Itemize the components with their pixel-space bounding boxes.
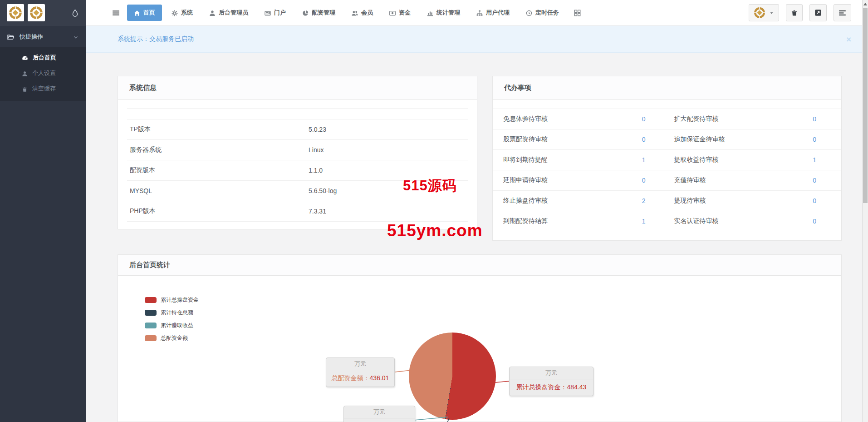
pie-label-earned-profit: 万元 累计赚取收益：0.00 bbox=[343, 406, 415, 422]
pie-chart[interactable] bbox=[409, 333, 496, 420]
todo-label: 免息体验待审核 bbox=[503, 115, 548, 123]
scrollbar-thumb[interactable] bbox=[863, 8, 868, 203]
list-icon bbox=[839, 9, 846, 17]
sidebar-group-quick-ops[interactable]: 快捷操作 bbox=[0, 26, 86, 47]
nav-label: 定时任务 bbox=[535, 9, 559, 17]
sitemap-icon bbox=[476, 9, 483, 16]
nav-item-members[interactable]: 会员 bbox=[345, 5, 380, 21]
sidebar-item-profile[interactable]: 个人设置 bbox=[0, 65, 86, 81]
todo-label: 终止操盘待审核 bbox=[503, 197, 548, 205]
nav-item-allocation[interactable]: 配资管理 bbox=[295, 5, 342, 21]
nav-item-statistics[interactable]: 统计管理 bbox=[420, 5, 467, 21]
nav-label: 后台管理员 bbox=[219, 9, 248, 17]
table-row: 到期配资待结算1 实名认证待审核0 bbox=[493, 211, 841, 231]
legend-label: 累计赚取收益 bbox=[161, 322, 193, 329]
nav-item-home[interactable]: 首页 bbox=[127, 5, 162, 21]
avatar bbox=[754, 7, 765, 19]
nav-item-cron[interactable]: 定时任务 bbox=[519, 5, 566, 21]
nav-item-system[interactable]: 系统 bbox=[165, 5, 200, 21]
sidebar-toggle-button[interactable] bbox=[112, 9, 120, 17]
legend-swatch bbox=[145, 335, 157, 341]
todo-count-link[interactable]: 2 bbox=[642, 197, 646, 204]
todo-count-link[interactable]: 0 bbox=[813, 218, 816, 225]
table-row: 服务器系统Linux bbox=[127, 140, 468, 160]
todo-cell: 终止操盘待审核2 bbox=[493, 191, 671, 211]
todo-cell: 即将到期待提醒1 bbox=[493, 150, 671, 170]
caret-down-icon bbox=[769, 10, 774, 16]
money-icon bbox=[389, 9, 396, 16]
alert-close-button[interactable]: × bbox=[846, 35, 851, 44]
todo-count-link[interactable]: 1 bbox=[642, 156, 646, 164]
user-icon bbox=[209, 9, 216, 16]
todo-cell: 延期申请待审核0 bbox=[493, 170, 671, 190]
newspaper-icon bbox=[265, 9, 271, 16]
legend-swatch bbox=[145, 310, 157, 316]
expand-icon bbox=[814, 9, 822, 16]
empty-row bbox=[127, 100, 468, 109]
todo-count-link[interactable]: 0 bbox=[642, 115, 646, 123]
row-value: 7.3.31 bbox=[309, 208, 326, 215]
trash-icon bbox=[22, 85, 28, 92]
pie-label-value: 484.43 bbox=[567, 383, 587, 391]
todo-count-link[interactable]: 1 bbox=[813, 156, 816, 164]
clear-cache-button[interactable] bbox=[786, 4, 803, 21]
home-icon bbox=[134, 9, 140, 16]
row-label: TP版本 bbox=[127, 125, 309, 134]
sidebar-item-label: 个人设置 bbox=[32, 69, 56, 77]
scroll-up-arrow-icon bbox=[863, 3, 867, 5]
nav-label: 配资管理 bbox=[312, 9, 335, 17]
droplet-icon bbox=[71, 9, 79, 17]
pie-label-total-operating-funds: 万元 累计总操盘资金：484.43 bbox=[509, 367, 593, 396]
sidebar-item-label: 清空缓存 bbox=[32, 84, 56, 93]
todo-label: 充值待审核 bbox=[674, 176, 706, 184]
todo-cell: 免息体验待审核0 bbox=[493, 109, 671, 129]
fullscreen-button[interactable] bbox=[809, 4, 827, 21]
todo-cell: 追加保证金待审核0 bbox=[671, 129, 842, 149]
todo-list: 免息体验待审核0 扩大配资待审核0 股票配资待审核0 追加保证金待审核0 即将到… bbox=[493, 100, 841, 231]
todo-label: 扩大配资待审核 bbox=[674, 115, 719, 123]
todo-count-link[interactable]: 0 bbox=[813, 177, 816, 184]
todo-count-link[interactable]: 0 bbox=[813, 115, 816, 123]
row-label: 配资版本 bbox=[127, 166, 309, 174]
main-nav: 首页 系统 后台管理员 门户 配资管理 会员 资金 统计管理 用户代理 定时任务 bbox=[127, 5, 586, 21]
panel-title: 代办事项 bbox=[493, 76, 841, 100]
header-tools bbox=[749, 4, 851, 21]
brand-logo bbox=[7, 4, 24, 21]
todo-panel: 代办事项 免息体验待审核0 扩大配资待审核0 股票配资待审核0 追加保证金待审核… bbox=[492, 76, 842, 241]
user-menu-button[interactable] bbox=[749, 4, 779, 21]
legend-label: 总配资金额 bbox=[161, 334, 188, 342]
todo-cell: 到期配资待结算1 bbox=[493, 211, 671, 231]
grid-icon bbox=[574, 9, 581, 16]
folder-open-icon bbox=[7, 33, 14, 40]
legend-item[interactable]: 总配资金额 bbox=[145, 334, 199, 342]
nav-item-agents[interactable]: 用户代理 bbox=[470, 5, 516, 21]
legend-item[interactable]: 累计总操盘资金 bbox=[145, 296, 199, 304]
nav-label: 用户代理 bbox=[486, 9, 510, 17]
todo-count-link[interactable]: 0 bbox=[642, 177, 646, 184]
clock-icon bbox=[526, 9, 532, 16]
nav-label: 系统 bbox=[181, 9, 193, 17]
todo-count-link[interactable]: 1 bbox=[642, 218, 646, 225]
legend-swatch bbox=[145, 323, 157, 328]
system-info-panel: 系统信息 TP版本5.0.23 服务器系统Linux 配资版本1.1.0 MYS… bbox=[118, 76, 477, 229]
todo-label: 提取收益待审核 bbox=[674, 156, 719, 164]
sidebar-item-dashboard[interactable]: 后台首页 bbox=[0, 50, 86, 65]
todo-count-link[interactable]: 0 bbox=[813, 136, 816, 143]
sidebar-item-clear-cache[interactable]: 清空缓存 bbox=[0, 81, 86, 96]
legend-item[interactable]: 累计赚取收益 bbox=[145, 322, 199, 329]
pie-label-unit: 万元 bbox=[510, 367, 593, 379]
pie-label-name: 累计总操盘资金 bbox=[516, 383, 561, 391]
todo-count-link[interactable]: 0 bbox=[813, 197, 816, 204]
log-menu-button[interactable] bbox=[834, 4, 851, 21]
todo-count-link[interactable]: 0 bbox=[642, 136, 646, 143]
chart-area: 累计总操盘资金 累计持仓总额 累计赚取收益 总配资金额 万元 总配资金额：436… bbox=[118, 276, 841, 422]
nav-more-button[interactable] bbox=[569, 5, 586, 20]
scrollbar[interactable] bbox=[862, 0, 868, 422]
nav-item-funds[interactable]: 资金 bbox=[383, 5, 417, 21]
legend-item[interactable]: 累计持仓总额 bbox=[145, 309, 199, 317]
todo-cell: 提现待审核0 bbox=[671, 191, 842, 211]
alert-text: 系统提示：交易服务已启动 bbox=[118, 35, 194, 43]
todo-cell: 充值待审核0 bbox=[671, 170, 842, 190]
nav-item-portal[interactable]: 门户 bbox=[258, 5, 293, 21]
nav-item-admins[interactable]: 后台管理员 bbox=[202, 5, 255, 21]
